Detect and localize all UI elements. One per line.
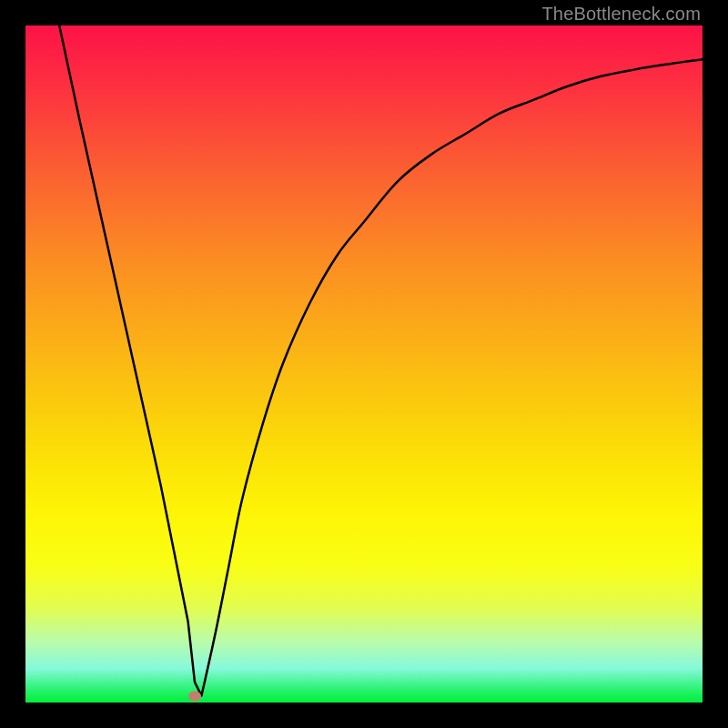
chart-frame: TheBottleneck.com bbox=[0, 0, 728, 728]
optimum-marker bbox=[188, 691, 201, 701]
plot-area bbox=[25, 25, 703, 703]
watermark-text: TheBottleneck.com bbox=[541, 4, 701, 25]
bottleneck-curve bbox=[25, 25, 703, 703]
